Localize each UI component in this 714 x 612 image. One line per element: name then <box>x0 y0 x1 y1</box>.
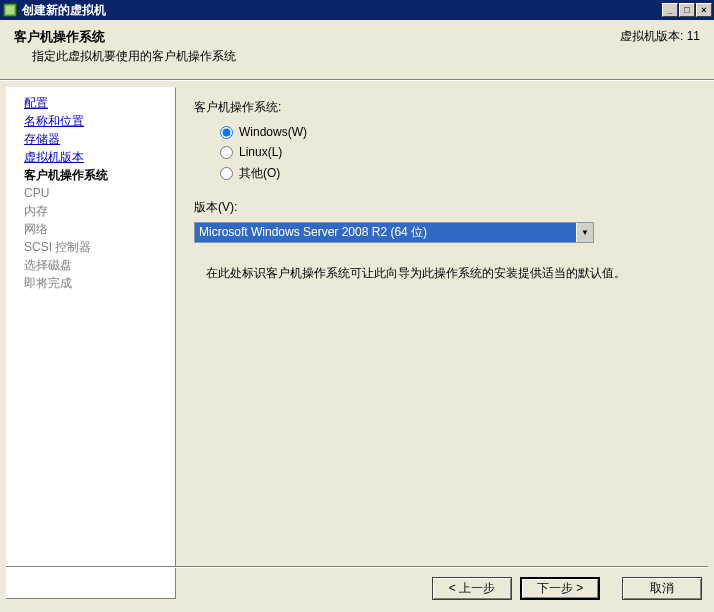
sidebar-item-select-disk: 选择磁盘 <box>6 256 175 274</box>
cancel-button[interactable]: 取消 <box>622 577 702 600</box>
wizard-steps-sidebar: 配置 名称和位置 存储器 虚拟机版本 客户机操作系统 CPU 内存 网络 SCS… <box>6 87 176 599</box>
radio-linux-label: Linux(L) <box>239 145 282 159</box>
page-subtitle: 指定此虚拟机要使用的客户机操作系统 <box>14 48 236 65</box>
sidebar-item-name-location[interactable]: 名称和位置 <box>6 112 175 130</box>
radio-other[interactable]: 其他(O) <box>220 162 696 185</box>
sidebar-item-vm-version[interactable]: 虚拟机版本 <box>6 148 175 166</box>
main-panel: 客户机操作系统: Windows(W) Linux(L) 其他(O) 版本(V)… <box>176 81 714 605</box>
close-button[interactable]: × <box>696 3 712 17</box>
sidebar-item-guest-os: 客户机操作系统 <box>6 166 175 184</box>
radio-linux-input[interactable] <box>220 146 233 159</box>
wizard-header: 客户机操作系统 指定此虚拟机要使用的客户机操作系统 虚拟机版本: 11 <box>0 20 714 80</box>
version-selected-value: Microsoft Windows Server 2008 R2 (64 位) <box>195 223 576 242</box>
wizard-buttons: < 上一步 下一步 > 取消 <box>432 577 702 600</box>
back-button[interactable]: < 上一步 <box>432 577 512 600</box>
sidebar-item-storage[interactable]: 存储器 <box>6 130 175 148</box>
guest-os-label: 客户机操作系统: <box>194 99 696 116</box>
radio-other-input[interactable] <box>220 167 233 180</box>
radio-linux[interactable]: Linux(L) <box>220 142 696 162</box>
titlebar: 创建新的虚拟机 _ □ × <box>0 0 714 20</box>
minimize-button[interactable]: _ <box>662 3 678 17</box>
radio-windows[interactable]: Windows(W) <box>220 122 696 142</box>
radio-windows-label: Windows(W) <box>239 125 307 139</box>
svg-rect-1 <box>6 6 14 14</box>
version-select[interactable]: Microsoft Windows Server 2008 R2 (64 位) … <box>194 222 594 243</box>
page-title: 客户机操作系统 <box>14 28 236 46</box>
vm-version-label: 虚拟机版本: 11 <box>620 28 700 65</box>
sidebar-item-ready: 即将完成 <box>6 274 175 292</box>
sidebar-item-config[interactable]: 配置 <box>6 94 175 112</box>
radio-windows-input[interactable] <box>220 126 233 139</box>
version-label: 版本(V): <box>194 199 696 216</box>
chevron-down-icon[interactable]: ▼ <box>576 223 593 242</box>
os-radio-group: Windows(W) Linux(L) 其他(O) <box>220 122 696 185</box>
sidebar-item-memory: 内存 <box>6 202 175 220</box>
next-button[interactable]: 下一步 > <box>520 577 600 600</box>
radio-other-label: 其他(O) <box>239 165 280 182</box>
maximize-button[interactable]: □ <box>679 3 695 17</box>
hint-text: 在此处标识客户机操作系统可让此向导为此操作系统的安装提供适当的默认值。 <box>194 265 696 282</box>
sidebar-item-network: 网络 <box>6 220 175 238</box>
sidebar-item-scsi: SCSI 控制器 <box>6 238 175 256</box>
app-icon <box>2 2 18 18</box>
divider <box>6 566 708 568</box>
window-title: 创建新的虚拟机 <box>22 2 661 19</box>
sidebar-item-cpu: CPU <box>6 184 175 202</box>
